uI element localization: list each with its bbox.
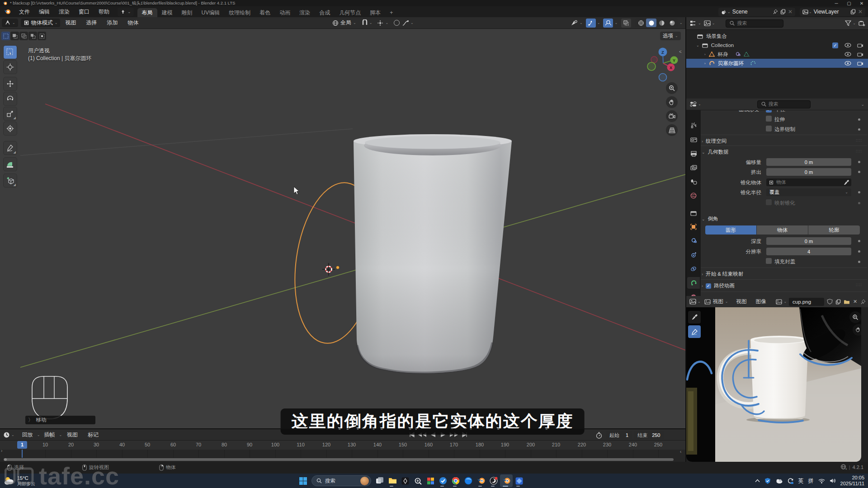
workspace-tab-render[interactable]: 渲染 [295, 8, 315, 17]
sync-icon[interactable] [787, 478, 794, 484]
timeline-ruler[interactable]: 1020304050607080901001101201301401501601… [0, 441, 685, 450]
disable-camera-icon[interactable] [857, 61, 863, 66]
tab-render[interactable] [687, 134, 700, 145]
animate-dot[interactable] [858, 128, 860, 131]
cup-object[interactable] [354, 134, 512, 373]
explorer-icon[interactable] [386, 474, 399, 487]
workspace-tab-texpaint[interactable]: 纹理绘制 [224, 8, 255, 17]
snap-target-icon[interactable] [377, 20, 384, 26]
tool-cursor[interactable] [3, 60, 17, 74]
row-scene-collection[interactable]: 场景集合 [686, 32, 868, 41]
workspace-tab-compositing[interactable]: 合成 [315, 8, 335, 17]
clock-widget[interactable]: 20:05 2025/11/11 [840, 475, 864, 487]
unlink-icon[interactable]: ✕ [788, 9, 793, 15]
workspace-tab-modeling[interactable]: 建模 [157, 8, 177, 17]
taper-object-field[interactable]: 物体 [766, 178, 851, 186]
minimize-button[interactable]: ─ [830, 1, 843, 6]
menu-help[interactable]: 帮助 [94, 6, 114, 17]
outliner-type-icon[interactable] [690, 20, 697, 26]
falloff-icon[interactable] [402, 20, 409, 26]
tool-scale[interactable]: ◢ [3, 107, 17, 121]
navigation-gizmo[interactable]: Z Y X [645, 45, 684, 84]
editor-type-button[interactable]: ⌄ [2, 19, 18, 27]
workspace-tab-add[interactable]: + [385, 8, 397, 17]
new-collection-icon[interactable] [859, 20, 865, 27]
row-cup-body[interactable]: › 杯身 [686, 50, 868, 59]
transform-orientation[interactable]: 全局 ⌄ ⌄ ⌄ ⌄ [332, 19, 414, 27]
tool-transform[interactable] [3, 122, 17, 136]
hide-eye-icon[interactable] [844, 52, 851, 56]
animate-dot[interactable] [858, 171, 860, 173]
animate-dot[interactable] [858, 161, 860, 163]
tab-collection-props[interactable] [687, 207, 700, 219]
clamp-checkbox[interactable] [766, 126, 772, 131]
resolution-field[interactable]: 4 [766, 248, 851, 255]
panel-grip[interactable]: :::: [856, 138, 862, 142]
expand-arrow[interactable]: ⌄ [696, 43, 699, 47]
end-value[interactable]: 250 [652, 432, 660, 438]
shading-rendered[interactable] [667, 19, 677, 27]
view-dd-label[interactable]: 视图 [713, 298, 723, 305]
shading-solid[interactable] [646, 19, 656, 27]
copy-icon[interactable] [835, 299, 841, 305]
close-button[interactable]: ✕ [855, 1, 868, 6]
taskview-icon[interactable] [373, 474, 386, 487]
tab-viewlayer[interactable] [687, 162, 700, 174]
properties-options-arrow[interactable]: ⌄ [861, 102, 864, 107]
ortho-grid-button[interactable] [666, 124, 678, 136]
tab-tool[interactable] [687, 120, 700, 131]
wifi-icon[interactable] [818, 479, 825, 483]
select-mode-subtract[interactable] [19, 32, 28, 40]
vp-menu-add[interactable]: 添加 [102, 17, 123, 28]
row-collection[interactable]: ⌄ Collection ✓ [686, 41, 868, 50]
workspace-extra-button[interactable]: ⌄ [118, 8, 134, 16]
tool-measure[interactable] [3, 157, 17, 171]
properties-type-icon[interactable] [690, 101, 697, 107]
photos-icon[interactable] [513, 474, 525, 487]
panel-grip[interactable]: :::: [856, 282, 862, 287]
ie-menu-view[interactable]: 视图 [731, 296, 751, 307]
blender-active-icon[interactable] [500, 474, 513, 487]
bevel-mode-object[interactable]: 物体 [757, 225, 808, 235]
map-taper-checkbox[interactable] [766, 199, 772, 205]
zoom-button[interactable] [666, 82, 678, 94]
volume-icon[interactable] [830, 478, 836, 483]
tab-physics[interactable] [687, 249, 700, 261]
ie-tool-sample[interactable] [688, 311, 701, 324]
image-browse-icon[interactable] [776, 299, 782, 305]
menu-render[interactable]: 渲染 [54, 6, 74, 17]
row-bezier-circle[interactable]: › 贝塞尔圆环 [686, 59, 868, 68]
colorgrid-app-icon[interactable] [424, 474, 437, 487]
animate-dot[interactable] [858, 240, 860, 242]
select-mode-invert[interactable] [28, 32, 37, 40]
tab-constraints[interactable] [687, 263, 700, 275]
workspace-tab-shading[interactable]: 着色 [255, 8, 275, 17]
pan-button[interactable] [666, 96, 678, 108]
tab-output[interactable] [687, 148, 700, 160]
tl-menu-playback[interactable]: 回放 [18, 429, 37, 440]
bevel-mode-round[interactable]: 圆形 [705, 225, 756, 235]
fill-caps-checkbox[interactable] [766, 258, 772, 264]
panel-grip[interactable]: :::: [856, 149, 862, 153]
scene-selector[interactable]: ⌄ Scene ✕ [718, 8, 795, 16]
tl-menu-keying[interactable]: 插帧 [40, 429, 59, 440]
tab-world[interactable] [687, 190, 700, 202]
panel-start-end[interactable]: ›开始 & 结束映射 [702, 271, 743, 277]
disable-camera-icon[interactable] [857, 43, 863, 48]
tool-move[interactable] [3, 77, 17, 91]
ie-tool-annotate[interactable] [688, 325, 701, 338]
menu-file[interactable]: 文件 [14, 6, 34, 17]
timeline-track[interactable] [0, 450, 685, 458]
blender-taskbar-icon[interactable] [475, 474, 487, 487]
axis-x-neg-ball[interactable] [651, 56, 657, 63]
animate-dot[interactable] [858, 250, 860, 253]
cup-reference-image[interactable] [686, 307, 868, 462]
timeline-type-icon[interactable] [3, 432, 10, 438]
mode-dropdown[interactable]: 物体模式 ⌄ [21, 19, 61, 27]
collapse-arrow[interactable]: < [679, 49, 682, 54]
ie-menu-image[interactable]: 图像 [751, 296, 770, 307]
select-mode-new[interactable] [1, 32, 10, 40]
display-mode-icon[interactable] [704, 20, 711, 26]
workspace-tab-uv[interactable]: UV编辑 [197, 8, 225, 17]
axis-z-neg-ball[interactable] [659, 74, 667, 81]
